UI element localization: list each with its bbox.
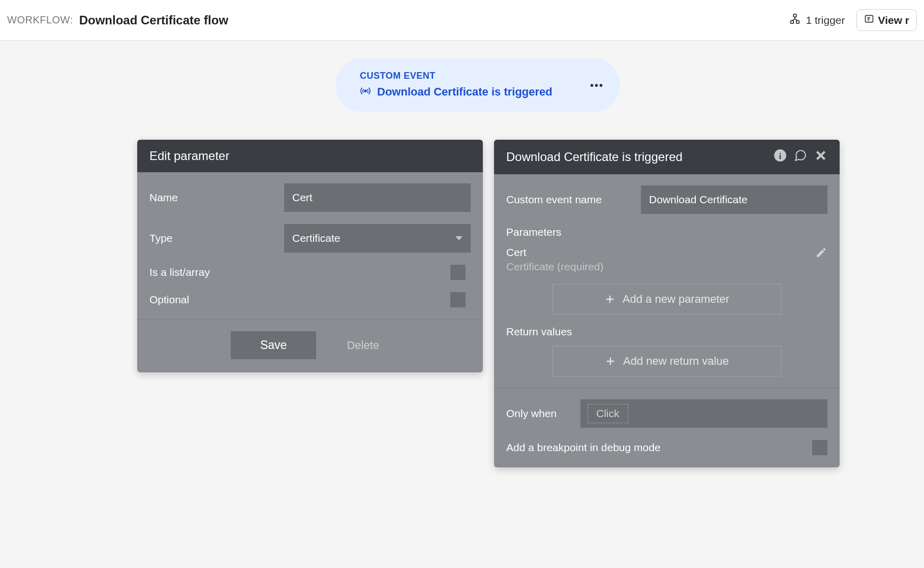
header-left: WORKFLOW: Download Certificate flow (7, 13, 228, 27)
parameter-item-info: Cert Certificate (required) (506, 246, 603, 273)
info-icon[interactable]: i (774, 149, 787, 165)
save-button[interactable]: Save (231, 331, 316, 359)
list-row: Is a list/array (149, 265, 471, 280)
list-checkbox-slot (284, 265, 471, 280)
list-label: Is a list/array (149, 266, 284, 278)
svg-point-4 (364, 90, 366, 92)
workflow-name[interactable]: Download Certificate flow (79, 13, 228, 27)
section-divider (494, 388, 840, 388)
comment-icon[interactable] (794, 149, 807, 165)
optional-checkbox-slot (284, 292, 471, 307)
add-parameter-label: Add a new parameter (623, 293, 729, 306)
pencil-icon[interactable] (815, 246, 827, 259)
name-row: Name (149, 183, 471, 212)
list-play-icon (864, 14, 874, 26)
event-panel-title: Download Certificate is triggered (506, 150, 683, 164)
parameter-item: Cert Certificate (required) (506, 246, 827, 273)
custom-event-name-label: Custom event name (506, 194, 641, 206)
parameter-subtype: Certificate (required) (506, 261, 603, 273)
canvas-area[interactable]: CUSTOM EVENT Download Certificate is tri… (0, 41, 924, 568)
type-select-value: Certificate (292, 232, 341, 244)
trigger-count-text: 1 trigger (806, 14, 845, 26)
event-title-row: Download Certificate is triggered (360, 85, 590, 99)
event-category-label: CUSTOM EVENT (360, 71, 590, 81)
type-select[interactable]: Certificate (284, 224, 471, 253)
only-when-chip[interactable]: Click (588, 404, 628, 423)
type-label: Type (149, 232, 284, 244)
event-settings-panel: Download Certificate is triggered i Cust… (494, 140, 840, 467)
only-when-label: Only when (506, 407, 572, 420)
add-parameter-button[interactable]: Add a new parameter (552, 284, 781, 314)
close-icon[interactable] (814, 149, 827, 165)
only-when-input[interactable]: Click (580, 399, 827, 428)
edit-panel-body: Name Type Certificate Is a list/array Op… (137, 172, 483, 307)
breakpoint-label: Add a breakpoint in debug mode (506, 441, 804, 454)
delete-button[interactable]: Delete (336, 331, 389, 359)
event-title: Download Certificate is triggered (377, 85, 552, 99)
broadcast-icon (360, 85, 371, 99)
breakpoint-checkbox[interactable] (812, 440, 827, 455)
parameter-name: Cert (506, 246, 603, 259)
breakpoint-row: Add a breakpoint in debug mode (506, 440, 827, 455)
parameters-section-title: Parameters (506, 226, 827, 238)
trigger-count[interactable]: 1 trigger (789, 13, 845, 27)
event-panel-body: Custom event name Parameters Cert Certif… (494, 174, 840, 455)
optional-label: Optional (149, 294, 284, 306)
only-when-row: Only when Click (506, 399, 827, 428)
edit-panel-header[interactable]: Edit parameter (137, 140, 483, 172)
plus-icon (605, 356, 616, 367)
list-checkbox[interactable] (450, 265, 466, 280)
chevron-down-icon (455, 236, 463, 240)
event-panel-header[interactable]: Download Certificate is triggered i (494, 140, 840, 174)
plus-icon (604, 294, 615, 305)
return-values-section-title: Return values (506, 326, 827, 338)
type-row: Type Certificate (149, 224, 471, 253)
view-button[interactable]: View r (856, 9, 917, 31)
svg-rect-1 (791, 21, 794, 23)
workflow-tree-icon (789, 13, 800, 27)
svg-rect-0 (794, 14, 797, 17)
edit-panel-title: Edit parameter (149, 149, 229, 163)
svg-text:i: i (779, 151, 782, 161)
name-input[interactable] (284, 183, 471, 212)
event-trigger-node[interactable]: CUSTOM EVENT Download Certificate is tri… (335, 58, 620, 112)
name-label: Name (149, 192, 284, 204)
page-header: WORKFLOW: Download Certificate flow 1 tr… (0, 0, 924, 41)
custom-event-name-input[interactable] (641, 185, 827, 214)
svg-rect-2 (796, 21, 799, 23)
edit-parameter-panel: Edit parameter Name Type Certificate Is … (137, 140, 483, 372)
event-panel-header-icons: i (774, 149, 827, 165)
optional-row: Optional (149, 292, 471, 307)
custom-event-name-row: Custom event name (506, 185, 827, 214)
more-menu-icon[interactable]: ••• (590, 79, 604, 91)
add-return-value-label: Add new return value (623, 355, 729, 368)
workflow-label: WORKFLOW: (7, 14, 73, 26)
add-return-value-button[interactable]: Add new return value (552, 346, 781, 376)
optional-checkbox[interactable] (450, 292, 466, 307)
header-right: 1 trigger View r (789, 9, 917, 31)
edit-panel-footer: Save Delete (137, 320, 483, 372)
view-button-label: View r (878, 14, 909, 26)
